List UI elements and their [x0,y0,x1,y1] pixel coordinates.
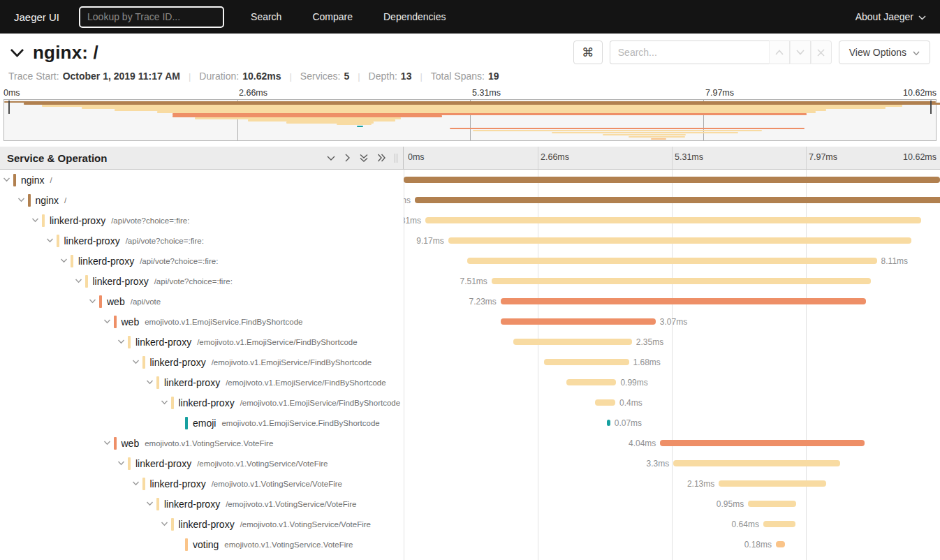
span-bar[interactable] [673,460,840,466]
span-tree-entry[interactable]: linkerd-proxy /emojivoto.v1.VotingServic… [0,457,328,470]
chevron-down-icon[interactable] [3,177,10,182]
chevron-down-icon[interactable] [161,522,168,526]
span-bar[interactable] [595,399,615,406]
scrubber-handle-right[interactable] [930,101,932,114]
span-bar-track[interactable]: 2.35ms [404,332,940,352]
span-tree-entry[interactable]: voting emojivoto.v1.VotingService.VoteFi… [0,538,353,551]
span-bar[interactable] [763,521,795,527]
next-result-button[interactable] [790,40,811,64]
chevron-down-icon[interactable] [161,400,168,405]
chevron-down-icon[interactable] [103,441,111,445]
span-bar-track[interactable]: 10.57ms [404,190,940,210]
span-row: linkerd-proxy /api/vote?choice=:fire: 8.… [0,251,940,271]
span-bar[interactable] [660,440,864,446]
span-tree-entry[interactable]: linkerd-proxy /emojivoto.v1.VotingServic… [0,478,342,490]
chevron-down-icon[interactable] [60,258,68,263]
nav-item-compare[interactable]: Compare [312,11,353,22]
span-bar-track[interactable]: 0.4ms [404,392,940,413]
span-bar-track[interactable]: 8.11ms [404,251,940,271]
span-bar[interactable] [513,339,632,345]
span-tree-entry[interactable]: linkerd-proxy /api/vote?choice=:fire: [0,214,189,227]
chevron-down-icon[interactable] [117,461,125,466]
span-bar-track[interactable]: 0.07ms [404,413,940,433]
chevron-down-icon[interactable] [17,198,25,202]
span-bar[interactable] [776,541,785,547]
expand-one-icon[interactable] [344,153,351,163]
span-tree-entry[interactable]: nginx / [0,174,52,186]
timeline-minimap[interactable] [3,99,937,141]
about-jaeger-menu[interactable]: About Jaeger [855,11,926,22]
collapse-trace-icon[interactable] [7,47,27,59]
span-bar-track[interactable]: 2.13ms [404,473,940,494]
scrubber-handle-left[interactable] [8,101,10,114]
span-bar[interactable] [425,217,920,223]
chevron-down-icon[interactable] [132,360,140,364]
splitter-grip[interactable] [393,154,399,163]
span-bar-track[interactable] [404,170,940,190]
service-color-chip [142,478,145,490]
span-bar-track[interactable]: 3.07ms [404,311,940,332]
span-tree-entry[interactable]: linkerd-proxy /api/vote?choice=:fire: [0,255,218,267]
collapse-all-icon[interactable] [359,154,369,163]
nav-item-dependencies[interactable]: Dependencies [383,11,446,22]
span-tree-entry[interactable]: web emojivoto.v1.VotingService.VoteFire [0,437,273,450]
span-bar[interactable] [566,379,617,385]
chevron-down-icon [913,47,920,58]
span-tree-entry[interactable]: web emojivoto.v1.EmojiService.FindByShor… [0,316,302,328]
span-bar[interactable] [544,359,629,365]
span-bar-track[interactable]: 9.17ms [404,230,940,251]
span-bar[interactable] [492,278,871,284]
span-tree-entry[interactable]: linkerd-proxy /emojivoto.v1.EmojiService… [0,356,372,369]
span-bar-track[interactable]: 9.81ms [404,210,940,230]
span-rows-viewport: nginx / nginx / 10.57ms [0,170,940,560]
chevron-down-icon[interactable] [146,501,154,506]
span-bar[interactable] [607,420,610,426]
span-tree-entry[interactable]: linkerd-proxy /emojivoto.v1.EmojiService… [0,336,358,348]
chevron-down-icon[interactable] [31,218,39,223]
chevron-down-icon[interactable] [89,299,96,304]
chevron-down-icon[interactable] [132,481,140,486]
span-tree-entry[interactable]: linkerd-proxy /emojivoto.v1.VotingServic… [0,498,356,510]
span-tree-entry[interactable]: linkerd-proxy /api/vote?choice=:fire: [0,275,233,288]
span-bar[interactable] [501,318,656,325]
span-bar[interactable] [719,480,826,487]
app-brand[interactable]: Jaeger UI [14,11,59,23]
chevron-down-icon[interactable] [117,339,125,344]
nav-item-search[interactable]: Search [251,11,281,22]
span-tree-entry[interactable]: linkerd-proxy /api/vote?choice=:fire: [0,235,204,247]
span-duration-label: 0.64ms [732,520,759,529]
span-tree-entry[interactable]: nginx / [0,194,66,207]
span-bar-track[interactable]: 1.68ms [404,352,940,372]
span-bar-track[interactable]: 0.64ms [404,514,940,534]
span-bar[interactable] [415,197,940,203]
span-bar-track[interactable]: 0.18ms [404,534,940,554]
span-bar-track[interactable]: 0.99ms [404,372,940,392]
span-bar[interactable] [448,237,911,244]
keyboard-shortcuts-button[interactable]: ⌘ [573,40,603,64]
span-bar-track[interactable]: 7.23ms [404,291,940,311]
view-options-button[interactable]: View Options [839,40,930,64]
span-tree-entry[interactable]: linkerd-proxy /emojivoto.v1.EmojiService… [0,397,400,409]
collapse-one-icon[interactable] [326,155,336,161]
prev-result-button[interactable] [769,40,790,64]
span-bar-track[interactable]: 4.04ms [404,433,940,453]
chevron-down-icon[interactable] [146,380,154,385]
trace-search-input[interactable] [610,40,769,64]
span-bar[interactable] [501,298,866,304]
chevron-down-icon[interactable] [46,238,54,243]
span-tree-entry[interactable]: web /api/vote [0,295,161,308]
span-tree-entry[interactable]: linkerd-proxy /emojivoto.v1.VotingServic… [0,518,371,531]
expand-all-icon[interactable] [377,153,386,163]
span-tree-entry[interactable]: emoji emojivoto.v1.EmojiService.FindBySh… [0,417,380,429]
clear-search-button[interactable] [811,40,832,64]
trace-id-lookup-input[interactable] [79,6,224,28]
span-bar[interactable] [748,501,796,507]
chevron-down-icon[interactable] [75,279,82,283]
span-bar-track[interactable]: 3.3ms [404,453,940,473]
span-bar[interactable] [404,177,940,183]
span-tree-entry[interactable]: linkerd-proxy /emojivoto.v1.EmojiService… [0,376,386,389]
chevron-down-icon[interactable] [103,319,111,324]
span-bar-track[interactable]: 7.51ms [404,271,940,291]
span-bar[interactable] [467,258,876,264]
span-bar-track[interactable]: 0.95ms [404,494,940,514]
